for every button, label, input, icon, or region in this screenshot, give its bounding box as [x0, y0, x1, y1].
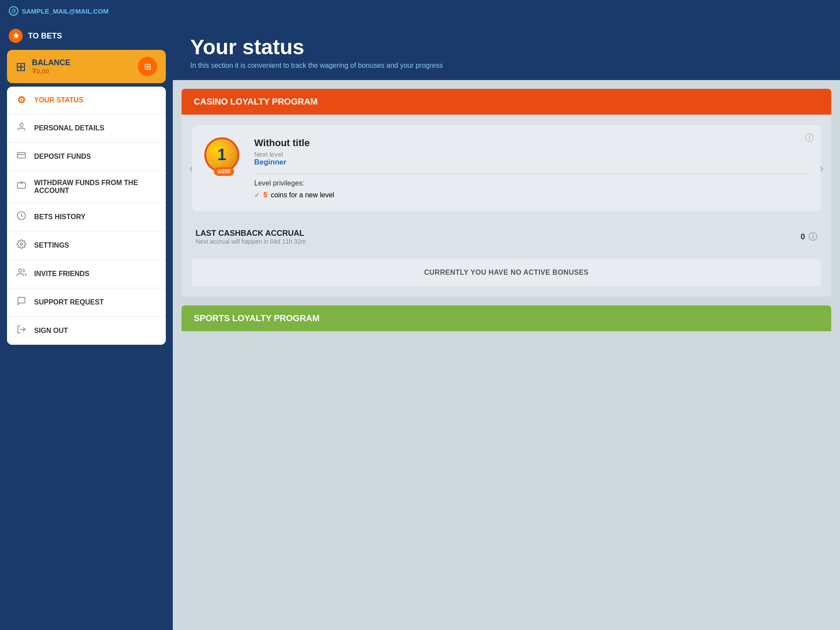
check-icon: ✓ — [254, 191, 260, 199]
to-bets-button[interactable]: ★ TO BETS — [0, 22, 173, 50]
email-icon: @ — [9, 6, 18, 16]
chat-icon — [16, 296, 27, 308]
sports-loyalty-header: SPORTS LOYALTY PROGRAM — [182, 305, 831, 331]
deposit-icon — [16, 150, 27, 163]
user-email: @ SAMPLE_MAIL@MAIL.COM — [9, 6, 108, 16]
cashback-text-group: LAST CASHBACK ACCRUAL Next accrual will … — [196, 229, 306, 245]
sidebar-item-invite-friends[interactable]: INVITE FRIENDS — [7, 260, 166, 288]
page-header: Your status In this section it is conven… — [173, 22, 840, 80]
page-subtitle: In this section it is convenient to trac… — [190, 62, 822, 70]
cashback-subtitle: Next accrual will happen in 04d 11h 32m — [196, 238, 306, 245]
main-content: Your status In this section it is conven… — [173, 22, 840, 630]
balance-icon: ⊞ — [16, 60, 26, 74]
header-bar: @ SAMPLE_MAIL@MAIL.COM — [0, 0, 840, 22]
cashback-value-group: 0 ⓘ — [801, 231, 817, 243]
balance-left: ⊞ BALANCE ₮0,00 — [16, 58, 70, 75]
clock-icon — [16, 211, 27, 223]
cashback-value: 0 — [801, 232, 805, 242]
cashback-info-icon[interactable]: ⓘ — [808, 231, 817, 243]
sidebar-item-settings[interactable]: SETTINGS — [7, 231, 166, 260]
status-icon: ⚙ — [16, 94, 27, 106]
page-title: Your status — [190, 35, 822, 59]
sidebar: ★ TO BETS ⊞ BALANCE ₮0,00 ⊞ ⚙ YOUR STATU… — [0, 22, 173, 630]
casino-loyalty-header: CASINO LOYALTY PROGRAM — [182, 89, 831, 115]
cashback-row: LAST CASHBACK ACCRUAL Next accrual will … — [192, 222, 821, 252]
gear-icon — [16, 239, 27, 252]
signout-icon — [16, 325, 27, 337]
privilege-number: 5 — [263, 191, 267, 199]
person-icon — [16, 122, 27, 134]
level-title: Without title — [254, 137, 808, 149]
level-info-icon[interactable]: ⓘ — [805, 132, 814, 144]
sidebar-item-deposit-funds[interactable]: DEPOSIT FUNDS — [7, 143, 166, 171]
sidebar-item-support-request[interactable]: SUPPORT REQUEST — [7, 288, 166, 317]
sidebar-item-bets-history[interactable]: BETS HISTORY — [7, 203, 166, 231]
balance-title: BALANCE — [32, 58, 70, 67]
withdraw-icon — [16, 181, 27, 193]
level-divider — [254, 174, 808, 174]
deposit-button[interactable]: ⊞ — [138, 57, 157, 76]
level-privilege-item: ✓ 5 coins for a new level — [254, 191, 808, 199]
level-next-value: Beginner — [254, 158, 808, 167]
svg-point-7 — [19, 269, 22, 272]
svg-rect-1 — [18, 153, 25, 158]
sidebar-item-your-status[interactable]: ⚙ YOUR STATUS — [7, 87, 166, 114]
casino-loyalty-section: CASINO LOYALTY PROGRAM ‹ 1 0/200 W — [182, 89, 831, 297]
nav-menu: ⚙ YOUR STATUS PERSONAL DETAILS — [7, 87, 166, 345]
medal-container: 1 0/200 — [204, 137, 244, 172]
svg-point-6 — [20, 243, 23, 245]
balance-text-group: BALANCE ₮0,00 — [32, 58, 70, 75]
balance-amount: ₮0,00 — [32, 67, 70, 75]
main-layout: ★ TO BETS ⊞ BALANCE ₮0,00 ⊞ ⚙ YOUR STATU… — [0, 22, 840, 630]
level-next-button[interactable]: › — [816, 158, 828, 179]
sidebar-item-sign-out[interactable]: SIGN OUT — [7, 317, 166, 345]
sidebar-item-withdraw-funds[interactable]: WITHDRAW FUNDS FROM THE ACCOUNT — [7, 171, 166, 203]
level-card: ‹ 1 0/200 Without title Next level Begin… — [192, 125, 821, 211]
level-next-label: Next level — [254, 150, 808, 158]
level-privileges-title: Level privileges: — [254, 179, 808, 187]
medal-badge: 0/200 — [214, 167, 234, 176]
privilege-text: coins for a new level — [271, 191, 334, 199]
friends-icon — [16, 268, 27, 280]
no-bonuses-banner: CURRENTLY YOU HAVE NO ACTIVE BONUSES — [192, 259, 821, 286]
svg-point-0 — [20, 123, 23, 126]
casino-loyalty-body: ‹ 1 0/200 Without title Next level Begin… — [182, 115, 831, 297]
sidebar-item-personal-details[interactable]: PERSONAL DETAILS — [7, 114, 166, 143]
balance-card[interactable]: ⊞ BALANCE ₮0,00 ⊞ — [7, 50, 166, 83]
level-prev-button[interactable]: ‹ — [185, 158, 197, 179]
cashback-title: LAST CASHBACK ACCRUAL — [196, 229, 306, 238]
level-info: Without title Next level Beginner Level … — [254, 137, 808, 199]
star-icon: ★ — [9, 29, 23, 43]
